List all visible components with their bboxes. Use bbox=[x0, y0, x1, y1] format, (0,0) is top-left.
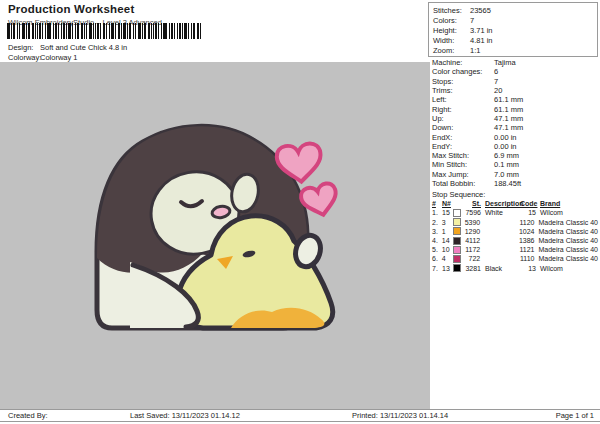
machine-info-panel: Machine: Tajima Color changes: 6 Stops: … bbox=[432, 58, 598, 273]
col-brand: Brand bbox=[536, 200, 598, 207]
thread-code: 1386 bbox=[519, 237, 535, 244]
thread-color-swatch bbox=[453, 227, 461, 235]
thread-stitches: 7596 bbox=[464, 209, 481, 216]
thread-color-swatch bbox=[453, 237, 461, 245]
stop-sequence-row: 5. 10 1172 1121 Madeira Classic 40 bbox=[432, 245, 598, 254]
thread-code: 1121 bbox=[519, 246, 535, 253]
thread-color-swatch bbox=[453, 209, 461, 217]
footer-divider-top bbox=[0, 409, 600, 410]
row-num: 2. bbox=[432, 219, 442, 226]
machine-info-label: Trims: bbox=[432, 86, 494, 95]
page-number: Page 1 of 1 bbox=[556, 411, 594, 420]
summary-label: Stitches: bbox=[433, 6, 470, 15]
machine-info-row: Max Jump: 7.0 mm bbox=[432, 170, 598, 179]
summary-value: 3.71 in bbox=[470, 26, 493, 35]
summary-row: Stitches: 23565 bbox=[433, 5, 597, 15]
embroidery-preview bbox=[0, 62, 430, 410]
machine-info-value: 61.1 mm bbox=[494, 95, 523, 104]
summary-value: 1:1 bbox=[470, 46, 480, 55]
thread-code: 1120 bbox=[519, 219, 535, 226]
machine-info-value: 20 bbox=[494, 86, 502, 95]
machine-info-label: EndX: bbox=[432, 133, 494, 142]
machine-info-label: Max Stitch: bbox=[432, 151, 494, 160]
machine-info-row: Left: 61.1 mm bbox=[432, 95, 598, 104]
footer: Created By: Last Saved: 13/11/2023 01.14… bbox=[0, 411, 600, 421]
machine-info-value: 188.45ft bbox=[494, 179, 521, 188]
thread-stitches: 5390 bbox=[464, 219, 481, 226]
row-num: 6. bbox=[432, 255, 442, 262]
stop-sequence-row: 3. 1 1290 1024 Madeira Classic 40 bbox=[432, 227, 598, 236]
row-num: 7. bbox=[432, 265, 442, 272]
thread-code: 13 bbox=[520, 265, 536, 272]
thread-brand: Madeira Classic 40 bbox=[534, 255, 598, 262]
thread-stitches: 1290 bbox=[464, 228, 481, 235]
colorway-label: Colorway: bbox=[8, 53, 40, 62]
summary-row: Width: 4.81 in bbox=[433, 36, 597, 46]
summary-value: 4.81 in bbox=[470, 36, 493, 45]
thread-brand: Madeira Classic 40 bbox=[534, 237, 598, 244]
thread-stitches: 1172 bbox=[464, 246, 481, 253]
thread-code: 1110 bbox=[519, 255, 535, 262]
thread-brand: Madeira Classic 40 bbox=[534, 228, 598, 235]
stop-sequence-row: 6. 4 722 1110 Madeira Classic 40 bbox=[432, 254, 598, 263]
thread-brand: Madeira Classic 40 bbox=[534, 246, 598, 253]
stop-sequence-header: # N# St. Description Code Brand bbox=[432, 199, 598, 208]
row-num: 5. bbox=[432, 246, 442, 253]
machine-info-row: Up: 47.1 mm bbox=[432, 114, 598, 123]
machine-info-value: 6 bbox=[494, 67, 498, 76]
stop-sequence-title: Stop Sequence: bbox=[432, 190, 598, 199]
footer-divider-bottom bbox=[0, 421, 600, 422]
machine-info-row: EndX: 0.00 in bbox=[432, 132, 598, 141]
production-worksheet-page: Production Worksheet Wilcom EmbroiderySt… bbox=[0, 0, 600, 424]
thread-stitches: 3281 bbox=[464, 265, 481, 272]
machine-info-label: Down: bbox=[432, 123, 494, 132]
thread-color-swatch bbox=[453, 264, 461, 272]
col-n: N# bbox=[442, 200, 453, 207]
stop-sequence-table: # N# St. Description Code Brand 1. 15 75… bbox=[432, 199, 598, 273]
row-num: 4. bbox=[432, 237, 442, 244]
machine-info-label: Left: bbox=[432, 95, 494, 104]
printed-label: Printed: 13/11/2023 01.14.14 bbox=[352, 411, 448, 420]
col-code: Code bbox=[520, 200, 536, 207]
stop-sequence-row: 1. 15 7596 White 15 Wilcom bbox=[432, 208, 598, 217]
colorway-value: Colorway 1 bbox=[40, 53, 78, 62]
thread-code: 1024 bbox=[519, 228, 535, 235]
thread-number: 13 bbox=[442, 265, 453, 272]
thread-color-swatch bbox=[453, 218, 461, 226]
design-label: Design: bbox=[8, 43, 40, 52]
machine-info-value: 0.1 mm bbox=[494, 160, 519, 169]
page-title: Production Worksheet bbox=[8, 3, 418, 15]
summary-row: Colors: 7 bbox=[433, 15, 597, 25]
machine-info-list: Machine: Tajima Color changes: 6 Stops: … bbox=[432, 58, 598, 188]
summary-row: Zoom: 1:1 bbox=[433, 46, 597, 56]
thread-number: 4 bbox=[442, 255, 453, 262]
machine-info-row: Max Stitch: 6.9 mm bbox=[432, 151, 598, 160]
design-canvas bbox=[0, 62, 430, 410]
barcode-icon bbox=[7, 23, 205, 39]
machine-info-row: Trims: 20 bbox=[432, 86, 598, 95]
summary-label: Height: bbox=[433, 26, 470, 35]
machine-info-value: 0.00 in bbox=[494, 133, 517, 142]
summary-value: 7 bbox=[470, 16, 474, 25]
machine-info-row: Stops: 7 bbox=[432, 77, 598, 86]
design-row: Design: Soft and Cute Chick 4.8 in bbox=[8, 43, 127, 52]
machine-info-label: Min Stitch: bbox=[432, 160, 494, 169]
machine-info-label: Machine: bbox=[432, 58, 494, 67]
col-num: # bbox=[432, 200, 442, 207]
thread-stitches: 722 bbox=[464, 255, 481, 262]
summary-label: Width: bbox=[433, 36, 470, 45]
thread-number: 1 bbox=[442, 228, 453, 235]
summary-label: Zoom: bbox=[433, 46, 470, 55]
thread-number: 15 bbox=[442, 209, 453, 216]
machine-info-label: Total Bobbin: bbox=[432, 179, 494, 188]
machine-info-label: Right: bbox=[432, 105, 494, 114]
machine-info-value: 61.1 mm bbox=[494, 105, 523, 114]
machine-info-value: 7 bbox=[494, 77, 498, 86]
thread-color-swatch bbox=[453, 255, 461, 263]
stop-sequence-row: 7. 13 3281 Black 13 Wilcom bbox=[432, 263, 598, 272]
machine-info-row: Color changes: 6 bbox=[432, 67, 598, 76]
row-num: 1. bbox=[432, 209, 442, 216]
thread-code: 15 bbox=[520, 209, 536, 216]
thread-color-swatch bbox=[453, 246, 461, 254]
machine-info-row: Down: 47.1 mm bbox=[432, 123, 598, 132]
